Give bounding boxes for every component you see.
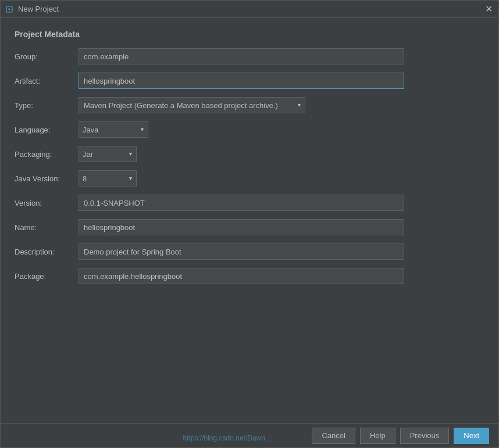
artifact-label: Artifact: — [15, 77, 79, 85]
new-project-icon — [5, 5, 15, 14]
language-row: Language: Java Kotlin Groovy — [15, 121, 484, 138]
language-select[interactable]: Java Kotlin Groovy — [79, 121, 148, 138]
java-version-select[interactable]: 8 11 17 — [79, 170, 137, 187]
version-input[interactable] — [79, 195, 404, 211]
package-input[interactable] — [79, 268, 404, 284]
close-button[interactable]: ✕ — [483, 4, 494, 15]
cancel-button[interactable]: Cancel — [312, 428, 355, 444]
type-select-wrapper — [79, 97, 305, 113]
next-button[interactable]: Next — [454, 428, 489, 444]
new-project-window: New Project ✕ Project Metadata Group: Ar… — [0, 0, 499, 448]
title-bar-left: New Project — [5, 5, 59, 14]
package-label: Package: — [15, 272, 79, 281]
java-version-row: Java Version: 8 11 17 — [15, 170, 484, 187]
artifact-row: Artifact: — [15, 73, 484, 89]
artifact-input[interactable] — [79, 73, 404, 89]
name-input[interactable] — [79, 219, 404, 235]
name-label: Name: — [15, 223, 79, 232]
type-row: Type: — [15, 97, 484, 113]
language-label: Language: — [15, 126, 79, 134]
help-button[interactable]: Help — [360, 428, 395, 444]
packaging-select-wrapper: Jar War — [79, 146, 137, 162]
name-row: Name: — [15, 219, 484, 235]
description-row: Description: — [15, 243, 484, 260]
footer: Cancel Help Previous Next — [1, 423, 498, 447]
type-label: Type: — [15, 101, 79, 110]
package-row: Package: — [15, 268, 484, 284]
packaging-label: Packaging: — [15, 150, 79, 159]
group-label: Group: — [15, 52, 79, 61]
title-bar: New Project ✕ — [1, 1, 498, 18]
content-area: Project Metadata Group: Artifact: Type: … — [1, 18, 498, 423]
version-label: Version: — [15, 199, 79, 207]
java-version-select-wrapper: 8 11 17 — [79, 170, 137, 187]
section-title: Project Metadata — [15, 30, 484, 39]
previous-button[interactable]: Previous — [400, 428, 450, 444]
java-version-label: Java Version: — [15, 174, 79, 183]
packaging-select[interactable]: Jar War — [79, 146, 137, 162]
group-row: Group: — [15, 48, 484, 64]
language-select-wrapper: Java Kotlin Groovy — [79, 121, 148, 138]
type-input[interactable] — [79, 97, 305, 113]
version-row: Version: — [15, 195, 484, 211]
packaging-row: Packaging: Jar War — [15, 146, 484, 162]
description-input[interactable] — [79, 243, 404, 260]
description-label: Description: — [15, 248, 79, 256]
window-title: New Project — [18, 5, 59, 13]
group-input[interactable] — [79, 48, 404, 64]
